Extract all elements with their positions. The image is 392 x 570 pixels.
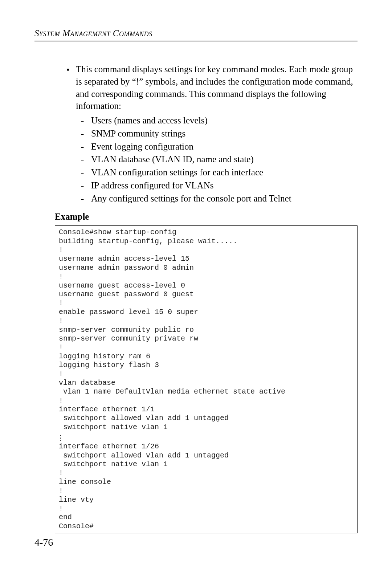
sub-item: -Any configured settings for the console… (81, 192, 358, 205)
bullet-dot-icon: • (66, 63, 76, 205)
sub-item-text: Event logging configuration (91, 141, 193, 153)
code-example-box: Console#show startup-config building sta… (55, 225, 358, 533)
sub-item-text: IP address configured for VLANs (91, 179, 213, 192)
sub-item: -IP address configured for VLANs (81, 179, 358, 192)
intro-paragraph: This command displays settings for key c… (76, 64, 353, 111)
sub-item: -SNMP community strings (81, 127, 358, 140)
code-block-part1: Console#show startup-config building sta… (59, 228, 285, 431)
body-text: • This command displays settings for key… (66, 63, 358, 205)
code-block-part2: interface ethernet 1/26 switchport allow… (59, 442, 229, 530)
dash-icon: - (81, 166, 91, 179)
dash-icon: - (81, 141, 91, 153)
dash-icon: - (81, 127, 91, 140)
dash-icon: - (81, 179, 91, 192)
dash-icon: - (81, 153, 91, 166)
sub-item: -Event logging configuration (81, 141, 358, 153)
example-heading: Example (55, 212, 358, 222)
sub-item: -Users (names and access levels) (81, 114, 358, 127)
page-header: System Management Commands (34, 28, 358, 41)
sub-item-text: VLAN configuration settings for each int… (91, 166, 263, 179)
dash-icon: - (81, 114, 91, 127)
sub-item-text: VLAN database (VLAN ID, name and state) (91, 153, 254, 166)
bullet-content: This command displays settings for key c… (76, 63, 358, 205)
vertical-dots-icon: ... (59, 432, 354, 442)
sub-item: -VLAN database (VLAN ID, name and state) (81, 153, 358, 166)
dash-icon: - (81, 192, 91, 205)
sub-list: -Users (names and access levels) -SNMP c… (76, 114, 358, 204)
sub-item-text: Any configured settings for the console … (91, 192, 291, 205)
page: System Management Commands • This comman… (0, 0, 392, 570)
bullet-item: • This command displays settings for key… (66, 63, 358, 205)
page-number: 4-76 (34, 537, 53, 548)
sub-item: -VLAN configuration settings for each in… (81, 166, 358, 179)
sub-item-text: SNMP community strings (91, 127, 185, 140)
sub-item-text: Users (names and access levels) (91, 114, 208, 127)
